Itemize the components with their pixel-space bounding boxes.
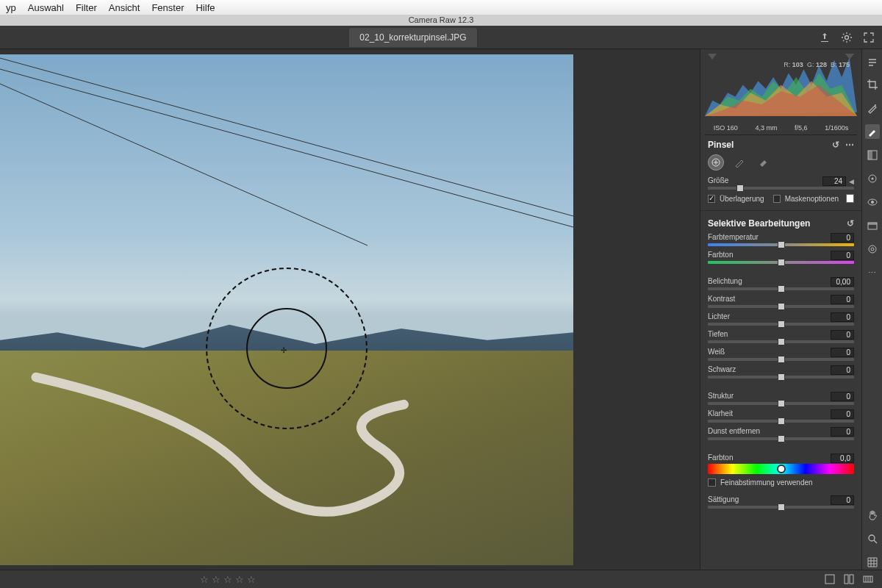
histogram[interactable]: R: 103 G: 128 B: 175 — [705, 54, 857, 116]
mask-options-checkbox[interactable] — [773, 195, 781, 203]
saettigung-label: Sättigung — [708, 495, 739, 505]
belichtung-slider[interactable] — [708, 287, 854, 290]
overlay-checkbox[interactable] — [708, 195, 715, 203]
schwarz-value[interactable]: 0 — [831, 365, 854, 375]
star-icon[interactable]: ☆ — [223, 574, 232, 585]
snapshot-icon[interactable] — [865, 218, 880, 233]
exif-focal: 4,3 mm — [755, 124, 777, 132]
window-title-bar: Camera Raw 12.3 — [0, 15, 882, 26]
farbton2-value[interactable]: 0,0 — [831, 453, 854, 463]
panel-menu-icon[interactable]: ⋯ — [845, 140, 854, 150]
grid-icon[interactable] — [865, 555, 880, 570]
document-tab[interactable]: 02_10_korrekturpinsel.JPG — [349, 28, 476, 47]
farbtemperatur-value[interactable]: 0 — [831, 233, 854, 243]
mask-options-label: Maskenoptionen — [785, 195, 839, 203]
reset-icon[interactable]: ↺ — [847, 218, 854, 229]
kontrast-slider[interactable] — [708, 305, 854, 308]
redeye-icon[interactable] — [865, 195, 880, 209]
struktur-value[interactable]: 0 — [831, 392, 854, 401]
document-tab-bar: 02_10_korrekturpinsel.JPG — [0, 26, 882, 49]
rating-stars[interactable]: ☆ ☆ ☆ ☆ ☆ — [200, 574, 256, 585]
star-icon[interactable]: ☆ — [212, 574, 220, 585]
dunst-value[interactable]: 0 — [831, 427, 854, 437]
tiefen-label: Tiefen — [708, 330, 728, 340]
fit-icon[interactable] — [825, 574, 835, 584]
brush-cursor-icon: ✢ — [281, 346, 287, 354]
gear-icon[interactable] — [841, 32, 853, 43]
chevron-left-icon[interactable]: ◀ — [849, 178, 854, 185]
schwarz-slider[interactable] — [708, 376, 854, 379]
brush-erase-tool[interactable] — [755, 154, 771, 171]
mask-color-swatch[interactable] — [846, 194, 854, 203]
fine-tune-label: Feinabstimmung verwenden — [720, 478, 813, 487]
brush-size-value[interactable]: 24 — [822, 176, 846, 186]
menu-item[interactable]: Hilfe — [196, 2, 215, 13]
rgb-readout: R: 103 G: 128 B: 175 — [784, 61, 850, 68]
farbtemperatur-slider[interactable] — [708, 243, 854, 246]
lichter-slider[interactable] — [708, 323, 854, 326]
crop-icon[interactable] — [865, 77, 880, 92]
radial-icon[interactable] — [865, 171, 880, 186]
lichter-value[interactable]: 0 — [831, 312, 854, 322]
svg-rect-18 — [845, 575, 848, 584]
farbtemperatur-label: Farbtemperatur — [708, 233, 759, 243]
heal-icon[interactable] — [865, 101, 880, 115]
dunst-slider[interactable] — [708, 437, 854, 440]
exif-bar: ISO 160 4,3 mm f/5,6 1/1600s — [705, 121, 857, 135]
menu-item[interactable]: yp — [6, 2, 16, 13]
tool-strip: ⋯ — [861, 49, 882, 570]
svg-rect-7 — [868, 151, 872, 159]
gradient-icon[interactable] — [865, 148, 880, 162]
menu-item[interactable]: Ansicht — [109, 2, 140, 13]
brush-size-label: Größe — [708, 176, 728, 186]
klarheit-value[interactable]: 0 — [831, 409, 854, 419]
svg-point-0 — [845, 35, 849, 39]
weiss-value[interactable]: 0 — [831, 348, 854, 357]
filmstrip-icon[interactable] — [863, 574, 873, 584]
saettigung-value[interactable]: 0 — [831, 495, 854, 505]
struktur-slider[interactable] — [708, 402, 854, 405]
svg-point-14 — [869, 245, 876, 253]
more-icon[interactable]: ⋯ — [865, 265, 880, 280]
svg-point-11 — [871, 201, 874, 204]
struktur-label: Struktur — [708, 392, 734, 401]
zoom-icon[interactable] — [865, 531, 880, 546]
highlight-clip-icon[interactable] — [845, 54, 854, 60]
os-menu-bar: yp Auswahl Filter Ansicht Fenster Hilfe — [0, 0, 882, 15]
fine-tune-checkbox[interactable] — [708, 478, 716, 487]
export-icon[interactable] — [819, 32, 831, 43]
farbton-hue-slider[interactable] — [708, 464, 854, 474]
svg-line-1 — [0, 58, 573, 216]
preset-icon[interactable] — [865, 242, 880, 257]
star-icon[interactable]: ☆ — [200, 574, 209, 585]
image-canvas[interactable]: ✢ — [0, 49, 700, 570]
lichter-label: Lichter — [708, 312, 730, 322]
farbton-slider[interactable] — [708, 261, 854, 264]
menu-item[interactable]: Auswahl — [28, 2, 64, 13]
saettigung-slider[interactable] — [708, 506, 854, 509]
shadow-clip-icon[interactable] — [708, 54, 717, 60]
menu-item[interactable]: Fenster — [151, 2, 184, 13]
tiefen-value[interactable]: 0 — [831, 330, 854, 340]
reset-icon[interactable]: ↺ — [832, 140, 839, 150]
app-title: Camera Raw 12.3 — [409, 15, 474, 24]
fullscreen-icon[interactable] — [863, 32, 875, 43]
star-icon[interactable]: ☆ — [235, 574, 244, 585]
edit-icon[interactable] — [865, 54, 880, 68]
brush-add-tool[interactable] — [708, 154, 724, 171]
farbton-value[interactable]: 0 — [831, 251, 854, 260]
brush-size-slider[interactable] — [708, 187, 854, 190]
kontrast-value[interactable]: 0 — [831, 295, 854, 304]
klarheit-slider[interactable] — [708, 420, 854, 423]
tiefen-slider[interactable] — [708, 340, 854, 343]
hand-icon[interactable] — [865, 508, 880, 523]
compare-icon[interactable] — [844, 574, 854, 584]
weiss-slider[interactable] — [708, 358, 854, 361]
brush-subtract-tool[interactable] — [731, 154, 747, 171]
belichtung-value[interactable]: 0,00 — [831, 277, 854, 287]
adjustment-brush-icon[interactable] — [865, 124, 880, 139]
exif-shutter: 1/1600s — [825, 124, 848, 132]
exif-aperture: f/5,6 — [795, 124, 808, 132]
menu-item[interactable]: Filter — [76, 2, 97, 13]
star-icon[interactable]: ☆ — [247, 574, 256, 585]
